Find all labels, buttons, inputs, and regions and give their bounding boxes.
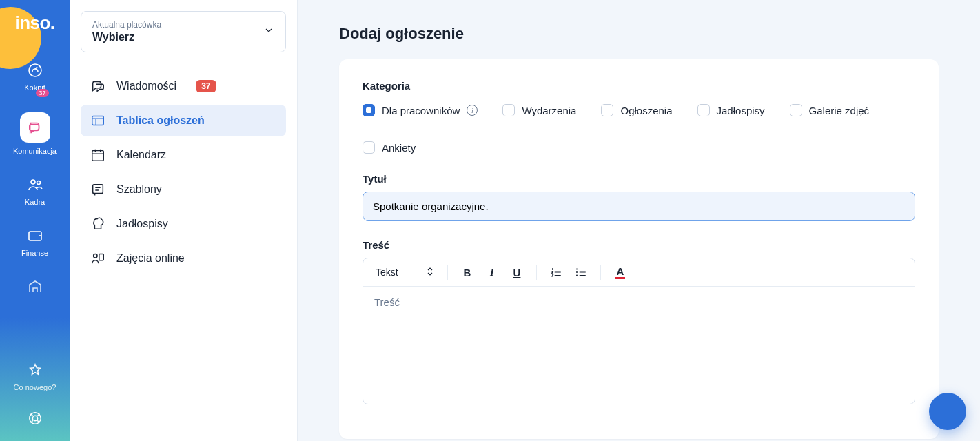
info-icon[interactable]: i (467, 105, 478, 116)
checkbox-icon (697, 104, 710, 116)
checkbox-icon (363, 104, 375, 116)
facility-value: Wybierz (92, 31, 161, 43)
svg-point-0 (29, 64, 41, 76)
cat-label: Wydarzenia (522, 105, 576, 116)
nav-label: Komunikacja (13, 147, 57, 155)
nav-finanse[interactable]: Finanse (0, 227, 70, 257)
side-jadlospisy[interactable]: Jadłospisy (81, 208, 286, 240)
page-title: Dodaj ogłoszenie (339, 25, 939, 43)
svg-point-11 (576, 269, 578, 270)
text-color-button[interactable]: A (609, 261, 631, 283)
calendar-icon (90, 147, 105, 163)
svg-point-13 (576, 275, 578, 276)
side-menu: Wiadomości 37 Tablica ogłoszeń Kalendarz… (81, 70, 286, 274)
svg-point-1 (31, 180, 35, 184)
star-icon (26, 361, 44, 379)
checkbox-icon (790, 104, 802, 116)
editor-body[interactable]: Treść (363, 287, 915, 404)
toolbar-separator (600, 265, 601, 280)
facility-hint: Aktualna placówka (92, 20, 161, 30)
sidebar: Aktualna placówka Wybierz Wiadomości 37 … (70, 0, 298, 441)
template-icon (90, 182, 105, 197)
support-chat-button[interactable] (929, 393, 966, 430)
nav-extra[interactable] (0, 278, 70, 296)
chevron-down-icon (263, 25, 274, 39)
side-tablica[interactable]: Tablica ogłoszeń (81, 105, 286, 136)
nav-rail-bottom: Co nowego? (0, 361, 70, 441)
svg-rect-7 (92, 151, 104, 161)
nav-badge: 37 (36, 89, 48, 97)
gauge-icon (26, 61, 44, 79)
cat-label: Ankiety (382, 142, 416, 154)
svg-point-2 (37, 181, 40, 185)
cat-label: Galerie zdjęć (809, 105, 870, 116)
underline-button[interactable]: U (506, 261, 528, 283)
side-szablony[interactable]: Szablony (81, 174, 286, 205)
nav-help[interactable] (0, 409, 70, 427)
italic-button[interactable]: I (481, 261, 503, 283)
body-label: Treść (363, 239, 915, 251)
logo: inso. (14, 12, 54, 34)
svg-point-5 (32, 416, 37, 420)
category-group: Dla pracowników i Wydarzenia Ogłoszenia … (363, 104, 915, 154)
cat-label: Dla pracowników (382, 105, 460, 116)
online-class-icon (90, 251, 105, 266)
side-label: Jadłospisy (116, 218, 168, 230)
side-zajecia[interactable]: Zajęcia online (81, 243, 286, 274)
nav-whats-new[interactable]: Co nowego? (0, 361, 70, 391)
board-icon (90, 113, 105, 128)
side-label: Szablony (116, 183, 162, 196)
cat-jadlospisy[interactable]: Jadłospisy (697, 104, 765, 116)
cat-galerie[interactable]: Galerie zdjęć (790, 104, 870, 116)
select-caret-icon (427, 267, 433, 278)
cat-pracownikow[interactable]: Dla pracowników i (363, 104, 478, 116)
side-wiadomosci[interactable]: Wiadomości 37 (81, 70, 286, 102)
wallet-icon (26, 227, 44, 245)
nav-rail-items: Kokpit 37 Komunikacja Kadra Finanse (0, 61, 70, 296)
svg-rect-8 (93, 185, 103, 194)
unordered-list-button[interactable] (570, 261, 592, 283)
lifebuoy-icon (26, 409, 44, 427)
facility-select[interactable]: Aktualna placówka Wybierz (81, 11, 286, 52)
nav-kokpit[interactable]: Kokpit (0, 61, 70, 92)
toolbar-separator (536, 265, 537, 280)
nav-label: Kadra (25, 198, 45, 206)
checkbox-icon (363, 141, 375, 154)
chef-hat-icon (90, 216, 105, 232)
side-kalendarz[interactable]: Kalendarz (81, 139, 286, 171)
chat-bubbles-icon (90, 79, 105, 94)
cat-ankiety[interactable]: Ankiety (363, 141, 416, 154)
side-label: Kalendarz (116, 149, 166, 161)
chat-icon (26, 119, 44, 136)
cat-wydarzenia[interactable]: Wydarzenia (502, 104, 576, 116)
svg-rect-10 (99, 254, 103, 260)
ordered-list-button[interactable] (545, 261, 567, 283)
svg-point-12 (576, 271, 578, 273)
format-value: Tekst (376, 267, 398, 278)
side-label: Zajęcia online (116, 252, 185, 265)
title-label: Tytuł (363, 173, 915, 185)
people-icon (26, 176, 44, 194)
toolbar-separator (447, 265, 448, 280)
form-card: Kategoria Dla pracowników i Wydarzenia O… (339, 59, 939, 439)
editor-toolbar: Tekst B I U A (363, 258, 915, 287)
nav-komunikacja[interactable]: 37 Komunikacja (0, 112, 70, 155)
side-badge: 37 (196, 80, 216, 92)
cat-label: Jadłospisy (717, 105, 765, 116)
nav-rail: inso. Kokpit 37 Komunikacja Kadra (0, 0, 70, 441)
svg-point-9 (94, 254, 98, 258)
editor: Tekst B I U A (363, 258, 915, 404)
category-label: Kategoria (363, 80, 915, 92)
building-icon (26, 278, 44, 296)
cat-ogloszenia[interactable]: Ogłoszenia (601, 104, 672, 116)
cat-label: Ogłoszenia (620, 105, 672, 116)
checkbox-icon (502, 104, 515, 116)
nav-label: Finanse (21, 249, 48, 257)
bold-button[interactable]: B (456, 261, 478, 283)
chat-icon (939, 401, 957, 422)
checkbox-icon (601, 104, 613, 116)
format-select[interactable]: Tekst (370, 263, 439, 282)
nav-kadra[interactable]: Kadra (0, 176, 70, 206)
side-label: Wiadomości (116, 80, 176, 92)
title-input[interactable] (363, 192, 915, 221)
